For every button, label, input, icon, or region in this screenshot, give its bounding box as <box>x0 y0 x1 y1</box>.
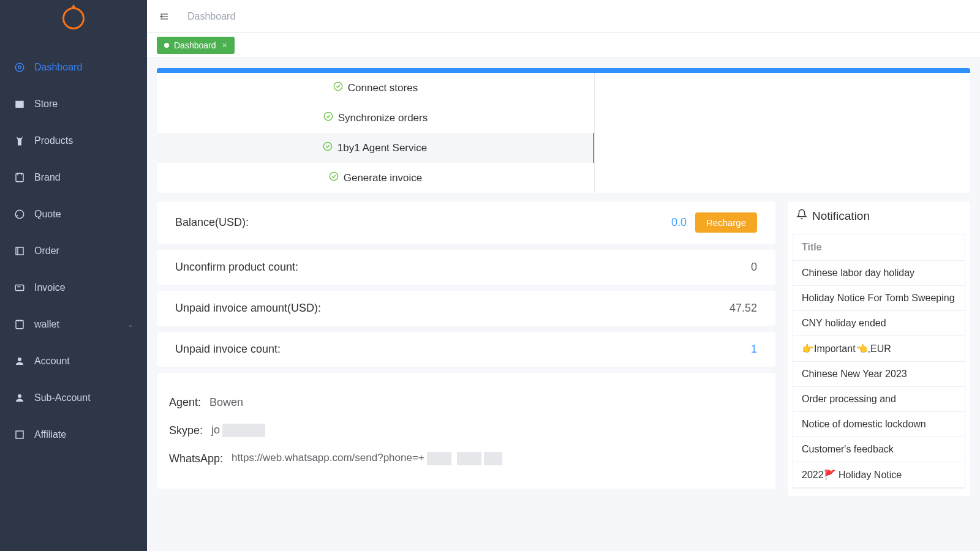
brand-icon <box>13 171 26 184</box>
sidebar-item-store[interactable]: Store <box>0 86 147 122</box>
svg-point-20 <box>334 82 342 90</box>
sidebar-item-label: Invoice <box>34 282 66 293</box>
sidebar-item-label: wallet <box>34 319 59 330</box>
notification-title: Notification <box>812 209 870 223</box>
tabbar: Dashboard × <box>147 33 980 58</box>
order-icon <box>13 245 26 257</box>
unconfirm-label: Unconfirm product count: <box>175 261 298 274</box>
sidebar-item-account[interactable]: Account <box>0 343 147 380</box>
notification-item[interactable]: 2022🚩 Holiday Notice <box>793 462 965 488</box>
svg-rect-3 <box>15 101 24 102</box>
unconfirm-value: 0 <box>751 261 757 274</box>
svg-rect-9 <box>15 285 24 291</box>
whatsapp-link[interactable]: https://web.whatsapp.com/send?phone=+ <box>232 452 502 465</box>
agent-info-card: Agent: Bowen Skype: jo WhatsApp: https:/… <box>157 373 775 489</box>
sidebar-item-invoice[interactable]: Invoice <box>0 269 147 306</box>
svg-point-22 <box>323 142 331 150</box>
breadcrumb: Dashboard <box>187 11 235 22</box>
check-circle-icon <box>329 171 339 184</box>
unconfirm-product-card: Unconfirm product count: 0 <box>157 250 775 285</box>
notification-item[interactable]: Chinese labor day holiday <box>793 261 965 286</box>
svg-point-1 <box>18 66 21 69</box>
sidebar: Dashboard Store Products Brand <box>0 0 147 551</box>
tab-label: Dashboard <box>174 40 216 50</box>
quote-icon <box>13 208 26 220</box>
nav: Dashboard Store Products Brand <box>0 37 147 453</box>
step-agent-service[interactable]: 1by1 Agent Service <box>157 133 595 163</box>
dashboard-icon <box>13 61 26 73</box>
sidebar-item-label: Products <box>34 135 73 146</box>
bell-icon <box>796 209 807 223</box>
svg-rect-2 <box>15 102 24 108</box>
svg-point-0 <box>15 63 24 72</box>
check-circle-icon <box>333 81 343 94</box>
svg-point-14 <box>18 358 21 361</box>
notification-item[interactable]: Notice of domestic lockdown <box>793 412 965 437</box>
unpaid-count-label: Unpaid invoice count: <box>175 343 281 356</box>
step-label: Synchronize orders <box>338 112 428 124</box>
notification-item[interactable]: 👉Important👈,EUR <box>793 336 965 362</box>
sidebar-item-affiliate[interactable]: Affiliate <box>0 416 147 453</box>
sidebar-item-quote[interactable]: Quote <box>0 196 147 233</box>
progress-bar <box>157 68 970 73</box>
logo-icon <box>62 7 85 29</box>
store-icon <box>13 98 26 110</box>
sidebar-item-label: Order <box>34 246 59 257</box>
invoice-icon <box>13 282 26 294</box>
notification-item[interactable]: Chinese New Year 2023 <box>793 362 965 387</box>
notification-table: Title Chinese labor day holiday Holiday … <box>793 234 965 489</box>
notification-item[interactable]: Holiday Notice For Tomb Sweeping <box>793 286 965 311</box>
account-icon <box>13 355 26 367</box>
check-circle-icon <box>323 141 333 154</box>
whatsapp-label: WhatsApp: <box>169 452 223 465</box>
sidebar-item-label: Affiliate <box>34 429 66 440</box>
skype-label: Skype: <box>169 424 203 437</box>
sidebar-item-label: Store <box>34 99 58 110</box>
recharge-button[interactable]: Recharge <box>695 212 757 233</box>
affiliate-icon <box>13 429 26 441</box>
svg-rect-11 <box>16 320 23 329</box>
notification-panel: Notification Title Chinese labor day hol… <box>788 201 970 496</box>
wallet-icon <box>13 318 26 331</box>
sidebar-item-dashboard[interactable]: Dashboard <box>0 49 147 86</box>
step-generate-invoice[interactable]: Generate invoice <box>157 163 594 193</box>
products-icon <box>13 135 26 147</box>
step-label: Connect stores <box>348 82 418 94</box>
unpaid-count-value[interactable]: 1 <box>751 343 757 356</box>
sidebar-item-subaccount[interactable]: Sub-Account <box>0 380 147 416</box>
sidebar-item-label: Sub-Account <box>34 392 91 403</box>
balance-label: Balance(USD): <box>175 216 249 229</box>
sidebar-collapse-button[interactable] <box>158 10 170 23</box>
tab-dashboard[interactable]: Dashboard × <box>157 37 235 54</box>
agent-name: Bowen <box>209 396 243 409</box>
svg-point-23 <box>330 172 337 180</box>
topbar: Dashboard <box>147 0 980 33</box>
notification-item[interactable]: Customer's feedback <box>793 437 965 462</box>
balance-value: 0.0 <box>671 216 687 229</box>
notification-item[interactable]: Order processing and <box>793 387 965 412</box>
svg-point-21 <box>324 112 332 120</box>
sidebar-item-products[interactable]: Products <box>0 122 147 159</box>
step-label: 1by1 Agent Service <box>337 142 427 154</box>
tab-active-indicator <box>164 43 169 48</box>
unpaid-amount-label: Unpaid invoice amount(USD): <box>175 302 321 315</box>
svg-rect-4 <box>16 173 23 182</box>
sidebar-item-label: Quote <box>34 209 61 220</box>
step-detail-panel <box>594 73 970 193</box>
sidebar-item-wallet[interactable]: wallet ⌄ <box>0 306 147 343</box>
skype-value: jo <box>211 424 265 437</box>
step-synchronize-orders[interactable]: Synchronize orders <box>157 103 594 133</box>
subaccount-icon <box>13 392 26 404</box>
unpaid-amount-value: 47.52 <box>729 302 757 315</box>
notification-item[interactable]: CNY holiday ended <box>793 311 965 336</box>
close-icon[interactable]: × <box>222 40 227 50</box>
step-connect-stores[interactable]: Connect stores <box>157 73 594 103</box>
sidebar-item-order[interactable]: Order <box>0 233 147 269</box>
agent-label: Agent: <box>169 396 201 409</box>
onboarding-steps-card: Connect stores Synchronize orders <box>157 68 970 193</box>
sidebar-item-label: Account <box>34 356 70 367</box>
svg-point-15 <box>18 394 21 398</box>
balance-card: Balance(USD): 0.0 Recharge <box>157 201 775 244</box>
notification-column-header: Title <box>793 234 965 261</box>
sidebar-item-brand[interactable]: Brand <box>0 159 147 196</box>
